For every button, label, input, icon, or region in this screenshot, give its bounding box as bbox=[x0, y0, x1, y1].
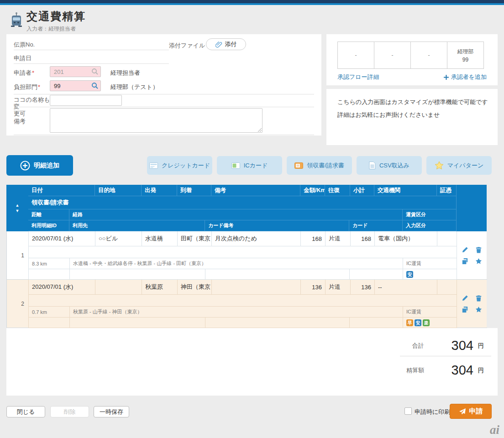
cell-certificate bbox=[437, 280, 457, 295]
delete-icon[interactable] bbox=[475, 295, 482, 302]
search-icon[interactable] bbox=[91, 68, 99, 75]
add-detail-button[interactable]: 明細追加 bbox=[6, 155, 73, 176]
page: 交通費精算 入力者：経理担当者 伝票No. 申請日 申請者* 経理担当者 負担部… bbox=[0, 0, 504, 438]
approval-step-3: - bbox=[410, 42, 447, 69]
fare-badge: 安 bbox=[406, 271, 413, 278]
totals-panel: 合計 304 円 精算額 304 円 bbox=[6, 328, 498, 396]
expense-row-1: 1 2020/07/01 (水) ○○ビル 水道橋 田町（東京） 月次点検のため… bbox=[6, 231, 487, 280]
divider bbox=[14, 50, 169, 50]
cell-detail-id bbox=[29, 269, 70, 280]
fare-badge: 楽 bbox=[423, 319, 430, 326]
header-departure: 出発 bbox=[142, 185, 177, 196]
receipt-button[interactable]: 領収書/請求書 bbox=[287, 156, 352, 175]
star-icon bbox=[435, 161, 444, 170]
expense-table: ▲ ▼ 日付 目的地 出発 到着 備考 金額/Km 往復 小計 交通機関 証憑 bbox=[6, 185, 487, 328]
csv-file-icon bbox=[369, 162, 376, 169]
my-pattern-button[interactable]: マイパターン bbox=[426, 156, 492, 175]
save-draft-button[interactable]: 一時保存 bbox=[94, 406, 129, 417]
cell-note: 月次点検のため bbox=[212, 231, 301, 246]
header-transport: 交通機関 bbox=[374, 185, 437, 196]
cell-amount: 136 bbox=[301, 280, 326, 295]
header-destination: 目的地 bbox=[95, 185, 142, 196]
cell-card-note bbox=[205, 318, 350, 328]
divider bbox=[14, 94, 314, 94]
fare-badge: 早 bbox=[406, 319, 413, 326]
cell-card-note bbox=[205, 269, 350, 280]
cell-amount: 168 bbox=[301, 231, 326, 246]
delete-button[interactable]: 削除 bbox=[50, 406, 89, 417]
cell-round-trip: 片道 bbox=[326, 231, 351, 246]
paperclip-icon bbox=[215, 41, 222, 48]
cell-input-type: 安 bbox=[403, 269, 457, 280]
cell-fare-type: IC運賃 bbox=[403, 307, 457, 318]
divider bbox=[14, 135, 314, 135]
delete-icon[interactable] bbox=[475, 246, 482, 253]
approval-flow-detail-link[interactable]: 承認フロー詳細 bbox=[337, 73, 379, 81]
close-button[interactable]: 閉じる bbox=[6, 406, 45, 417]
table-header: ▲ ▼ 日付 目的地 出発 到着 備考 金額/Km 往復 小計 交通機関 証憑 bbox=[6, 185, 487, 231]
cell-card bbox=[350, 269, 403, 280]
cell-usage bbox=[70, 269, 205, 280]
app-header: 交通費精算 入力者：経理担当者 bbox=[10, 9, 86, 33]
cell-note bbox=[212, 280, 301, 295]
sort-down-icon[interactable]: ▼ bbox=[16, 209, 20, 213]
cell-card bbox=[350, 318, 403, 328]
department-name: 経理部（テスト） bbox=[110, 83, 158, 91]
header-input-type: 入力区分 bbox=[403, 220, 457, 231]
cell-subtotal: 168 bbox=[351, 231, 375, 246]
notice-line-1: こちらの入力画面はカスタマイズが標準機能で可能です bbox=[337, 98, 488, 106]
plus-icon bbox=[443, 74, 449, 80]
approval-flow-panel: - - - 経理部99 承認フロー詳細 承認者を追加 bbox=[326, 34, 498, 85]
remarks-label: 備考 bbox=[14, 117, 26, 125]
print-on-submit-checkbox[interactable] bbox=[404, 407, 412, 415]
remarks-textarea[interactable] bbox=[50, 108, 262, 133]
csv-import-button[interactable]: CSV取込み bbox=[357, 156, 422, 175]
settlement-value: 304 bbox=[436, 363, 473, 378]
edit-icon[interactable] bbox=[462, 295, 468, 302]
cell-transport: -- bbox=[375, 280, 437, 295]
edit-icon[interactable] bbox=[462, 246, 468, 253]
credit-card-icon bbox=[149, 162, 158, 169]
cell-departure: 秋葉原 bbox=[142, 280, 178, 295]
send-icon bbox=[459, 408, 466, 415]
settlement-currency: 円 bbox=[478, 366, 484, 375]
cell-receipt bbox=[29, 246, 457, 258]
favorite-icon[interactable] bbox=[475, 306, 482, 313]
add-approver-link[interactable]: 承認者を追加 bbox=[443, 73, 487, 81]
row-actions bbox=[457, 280, 487, 328]
print-on-submit-label: 申請時に印刷 bbox=[415, 408, 450, 416]
sort-column: ▲ ▼ bbox=[6, 185, 28, 231]
search-icon[interactable] bbox=[91, 82, 99, 89]
cell-input-type: 早 安 楽 bbox=[403, 318, 457, 328]
header-card-note: カード備考 bbox=[205, 220, 349, 231]
settlement-label: 精算額 bbox=[406, 366, 424, 375]
approval-step-4: 経理部99 bbox=[447, 42, 484, 69]
header-arrival: 到着 bbox=[177, 185, 211, 196]
notice-panel: こちらの入力画面はカスタマイズが標準機能で可能です 詳細はお気軽にお声掛けくださ… bbox=[326, 89, 498, 145]
total-label: 合計 bbox=[412, 342, 424, 350]
divider bbox=[400, 356, 491, 356]
submit-button[interactable]: 申請 bbox=[450, 404, 492, 419]
header-round-trip: 往復 bbox=[325, 185, 350, 196]
copy-icon[interactable] bbox=[462, 306, 468, 313]
header-certificate: 証憑 bbox=[437, 185, 457, 196]
favorite-icon[interactable] bbox=[475, 258, 482, 265]
header-distance: 距離 bbox=[28, 209, 69, 220]
custom-field-input[interactable] bbox=[50, 95, 122, 106]
approval-step-2: - bbox=[374, 42, 411, 69]
resize-grip-icon[interactable] bbox=[257, 127, 262, 132]
attach-button[interactable]: 添付 bbox=[206, 38, 246, 50]
sort-up-icon[interactable]: ▲ bbox=[16, 203, 20, 208]
header-usage: 利用先 bbox=[69, 220, 205, 231]
slip-no-label: 伝票No. bbox=[14, 41, 35, 49]
ic-card-button[interactable]: ICカード bbox=[217, 156, 282, 175]
cell-arrival: 神田（東京） bbox=[178, 280, 212, 295]
copy-icon[interactable] bbox=[462, 258, 468, 265]
cell-receipt bbox=[29, 295, 457, 307]
header-date: 日付 bbox=[28, 185, 95, 196]
cell-subtotal: 136 bbox=[351, 280, 375, 295]
cell-arrival: 田町（東京） bbox=[178, 231, 212, 246]
entry-person-label: 入力者：経理担当者 bbox=[26, 25, 86, 33]
credit-card-button[interactable]: クレジットカード bbox=[147, 156, 212, 175]
header-route: 経路 bbox=[69, 209, 403, 220]
